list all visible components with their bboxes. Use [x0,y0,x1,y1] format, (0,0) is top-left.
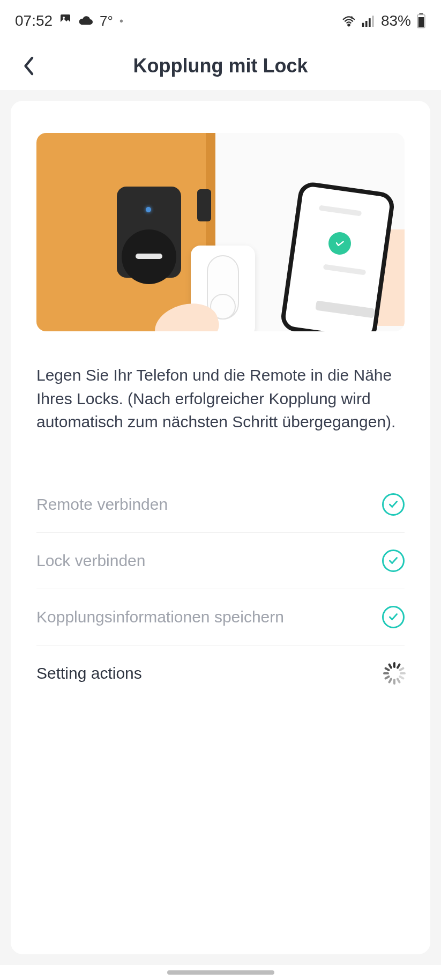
status-bar: 07:52 7° • 6 83% [0,0,441,42]
body-area: Legen Sie Ihr Telefon und die Remote in … [0,90,441,965]
cloud-icon [78,12,93,29]
status-left: 07:52 7° • [15,12,123,29]
battery-percent: 83% [381,12,411,29]
app-header: Kopplung mit Lock [0,42,441,90]
check-circle-icon [382,493,405,516]
check-circle-icon [382,606,405,628]
step-label: Setting actions [36,664,142,682]
svg-rect-6 [369,18,371,27]
gallery-icon [59,12,72,29]
status-time: 07:52 [15,12,53,29]
instruction-text: Legen Sie Ihr Telefon und die Remote in … [36,363,405,434]
page-title: Kopplung mit Lock [133,55,308,77]
wifi-icon: 6 [341,15,356,27]
svg-rect-7 [372,16,374,27]
status-temperature: 7° [100,13,113,29]
content-card: Legen Sie Ihr Telefon und die Remote in … [11,101,430,954]
svg-point-1 [63,17,65,19]
step-row-remote: Remote verbinden [36,477,405,533]
step-label: Remote verbinden [36,495,168,514]
check-circle-icon [382,550,405,572]
step-row-setting-actions: Setting actions [36,645,405,702]
battery-icon [416,13,426,28]
signal-icon [362,15,376,27]
svg-rect-10 [418,17,424,27]
loading-spinner-icon [382,662,405,685]
svg-rect-5 [365,21,368,27]
home-indicator[interactable] [167,970,274,975]
step-row-save: Kopplungsinformationen speichern [36,589,405,645]
svg-rect-4 [362,23,364,27]
home-indicator-area [0,965,441,980]
step-label: Kopplungsinformationen speichern [36,608,284,626]
step-row-lock: Lock verbinden [36,533,405,589]
svg-point-2 [348,24,349,26]
status-right: 6 83% [341,12,426,29]
back-button[interactable] [16,53,43,79]
status-dot: • [119,15,123,27]
pairing-illustration [36,133,405,331]
chevron-left-icon [22,55,37,77]
svg-text:6: 6 [350,15,353,20]
step-label: Lock verbinden [36,552,145,570]
